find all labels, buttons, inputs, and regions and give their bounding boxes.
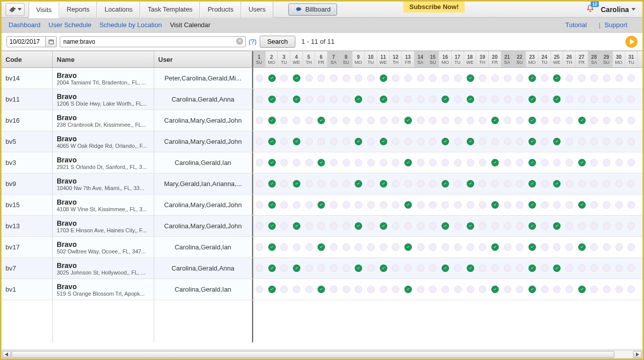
day-cell-empty[interactable] bbox=[390, 195, 402, 215]
day-cell-empty[interactable] bbox=[625, 131, 638, 152]
day-cell-empty[interactable] bbox=[588, 89, 601, 110]
day-cell-checked[interactable] bbox=[526, 216, 539, 236]
day-cell-empty[interactable] bbox=[452, 68, 464, 88]
day-cell-empty[interactable] bbox=[476, 131, 489, 152]
day-cell-empty[interactable] bbox=[600, 216, 613, 236]
day-cell-checked[interactable] bbox=[551, 89, 564, 110]
day-header[interactable]: 16MO bbox=[439, 51, 452, 67]
day-cell-checked[interactable] bbox=[576, 110, 588, 131]
day-cell-empty[interactable] bbox=[340, 110, 353, 131]
day-cell-checked[interactable] bbox=[526, 152, 539, 173]
day-cell-checked[interactable] bbox=[526, 195, 539, 215]
day-cell-empty[interactable] bbox=[613, 131, 625, 152]
day-header[interactable]: 29SU bbox=[600, 51, 613, 67]
day-cell-checked[interactable] bbox=[464, 173, 477, 194]
day-cell-empty[interactable] bbox=[613, 279, 625, 300]
search-input[interactable] bbox=[60, 36, 246, 47]
day-header[interactable]: 11WE bbox=[377, 51, 390, 67]
day-cell-empty[interactable] bbox=[588, 68, 601, 88]
day-header[interactable]: 24TU bbox=[539, 51, 551, 67]
day-cell-empty[interactable] bbox=[539, 279, 551, 300]
day-cell-checked[interactable] bbox=[551, 258, 564, 279]
day-cell-empty[interactable] bbox=[278, 173, 290, 194]
day-cell-empty[interactable] bbox=[501, 110, 514, 131]
day-cell-empty[interactable] bbox=[576, 89, 588, 110]
day-cell-checked[interactable] bbox=[464, 258, 477, 279]
day-cell-checked[interactable] bbox=[526, 279, 539, 300]
day-cell-checked[interactable] bbox=[353, 173, 365, 194]
tab-products[interactable]: Products bbox=[200, 2, 241, 18]
day-cell-empty[interactable] bbox=[365, 68, 377, 88]
day-cell-empty[interactable] bbox=[315, 173, 328, 194]
day-header[interactable]: 10TU bbox=[365, 51, 377, 67]
day-cell-empty[interactable] bbox=[353, 68, 365, 88]
tab-task-templates[interactable]: Task Templates bbox=[140, 2, 200, 18]
day-cell-checked[interactable] bbox=[353, 258, 365, 279]
day-header[interactable]: 20FR bbox=[489, 51, 501, 67]
day-cell-empty[interactable] bbox=[439, 195, 452, 215]
day-cell-empty[interactable] bbox=[513, 279, 526, 300]
day-header[interactable]: 22SU bbox=[513, 51, 526, 67]
nav-dashboard[interactable]: Dashboard bbox=[9, 21, 41, 29]
day-cell-empty[interactable] bbox=[340, 152, 353, 173]
day-cell-empty[interactable] bbox=[476, 216, 489, 236]
day-cell-empty[interactable] bbox=[551, 195, 564, 215]
day-cell-empty[interactable] bbox=[414, 131, 427, 152]
day-cell-empty[interactable] bbox=[365, 152, 377, 173]
day-cell-checked[interactable] bbox=[464, 89, 477, 110]
nav-support[interactable]: Support bbox=[604, 21, 627, 29]
user-menu[interactable]: Carolina bbox=[601, 6, 635, 14]
day-cell-empty[interactable] bbox=[278, 216, 290, 236]
date-input[interactable] bbox=[7, 37, 45, 47]
day-cell-empty[interactable] bbox=[390, 68, 402, 88]
day-cell-empty[interactable] bbox=[501, 131, 514, 152]
day-cell-empty[interactable] bbox=[600, 110, 613, 131]
day-cell-empty[interactable] bbox=[501, 152, 514, 173]
day-cell-empty[interactable] bbox=[278, 152, 290, 173]
day-cell-empty[interactable] bbox=[600, 89, 613, 110]
day-cell-empty[interactable] bbox=[365, 131, 377, 152]
day-cell-checked[interactable] bbox=[266, 237, 278, 257]
day-cell-checked[interactable] bbox=[266, 110, 278, 131]
day-cell-empty[interactable] bbox=[464, 237, 477, 257]
day-cell-empty[interactable] bbox=[476, 110, 489, 131]
day-header[interactable]: 23MO bbox=[526, 51, 539, 67]
table-row[interactable]: bv14Bravo2004 Tamiami Trl, Bradenton,, F… bbox=[2, 68, 642, 89]
day-cell-empty[interactable] bbox=[539, 110, 551, 131]
day-cell-empty[interactable] bbox=[278, 237, 290, 257]
day-cell-empty[interactable] bbox=[452, 173, 464, 194]
day-cell-empty[interactable] bbox=[365, 89, 377, 110]
day-cell-checked[interactable] bbox=[290, 131, 303, 152]
day-cell-empty[interactable] bbox=[365, 110, 377, 131]
day-cell-empty[interactable] bbox=[588, 152, 601, 173]
day-cell-empty[interactable] bbox=[340, 195, 353, 215]
day-header[interactable]: 30MO bbox=[613, 51, 625, 67]
day-header[interactable]: 6FR bbox=[315, 51, 328, 67]
day-cell-empty[interactable] bbox=[365, 279, 377, 300]
day-cell-checked[interactable] bbox=[266, 258, 278, 279]
day-cell-empty[interactable] bbox=[303, 89, 315, 110]
day-cell-empty[interactable] bbox=[513, 237, 526, 257]
day-cell-empty[interactable] bbox=[365, 237, 377, 257]
day-cell-empty[interactable] bbox=[427, 152, 440, 173]
table-row[interactable]: bv13Bravo1703 E Hinson Ave, Haines City,… bbox=[2, 216, 642, 237]
day-cell-empty[interactable] bbox=[353, 110, 365, 131]
day-cell-empty[interactable] bbox=[563, 237, 576, 257]
day-header[interactable]: 26TH bbox=[563, 51, 576, 67]
day-cell-empty[interactable] bbox=[452, 258, 464, 279]
day-cell-empty[interactable] bbox=[402, 216, 414, 236]
day-cell-empty[interactable] bbox=[427, 216, 440, 236]
day-cell-empty[interactable] bbox=[402, 258, 414, 279]
day-cell-empty[interactable] bbox=[328, 216, 340, 236]
day-cell-empty[interactable] bbox=[340, 89, 353, 110]
nav-tutorial[interactable]: Tutorial bbox=[565, 21, 587, 29]
day-header[interactable]: 3TU bbox=[278, 51, 290, 67]
day-cell-empty[interactable] bbox=[576, 68, 588, 88]
day-cell-empty[interactable] bbox=[513, 68, 526, 88]
day-cell-empty[interactable] bbox=[402, 173, 414, 194]
day-cell-checked[interactable] bbox=[290, 89, 303, 110]
day-cell-empty[interactable] bbox=[588, 279, 601, 300]
day-cell-empty[interactable] bbox=[476, 89, 489, 110]
day-cell-empty[interactable] bbox=[539, 89, 551, 110]
day-cell-checked[interactable] bbox=[266, 131, 278, 152]
